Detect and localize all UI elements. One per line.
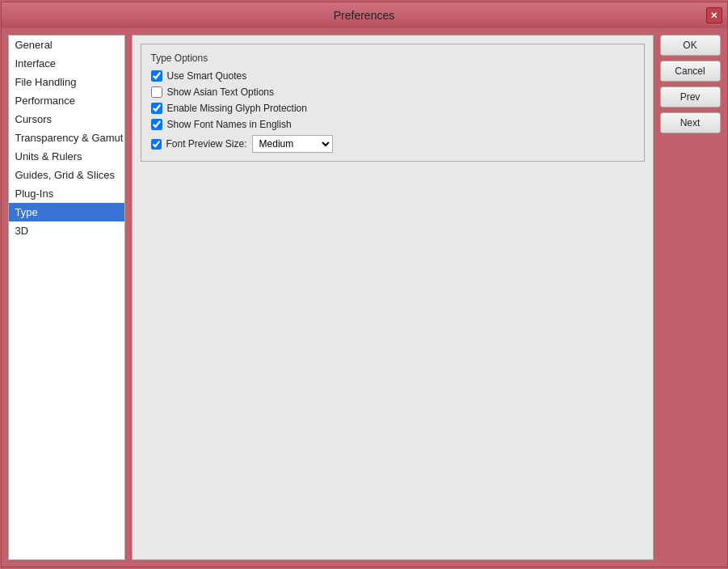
cancel-button[interactable]: Cancel — [660, 61, 721, 82]
sidebar-item-transparency--gamut[interactable]: Transparency & Gamut — [9, 129, 124, 147]
sidebar-item-cursors[interactable]: Cursors — [9, 110, 124, 129]
checkbox-font-names-english[interactable] — [151, 119, 162, 130]
sidebar-item-type[interactable]: Type — [9, 203, 124, 221]
checkbox-font-preview[interactable] — [151, 139, 162, 150]
label-asian-text[interactable]: Show Asian Text Options — [167, 86, 275, 98]
preferences-dialog: Preferences ✕ GeneralInterfaceFile Handl… — [1, 2, 728, 567]
dialog-title: Preferences — [334, 9, 394, 22]
label-missing-glyph[interactable]: Enable Missing Glyph Protection — [167, 103, 307, 114]
sidebar-item-performance[interactable]: Performance — [9, 91, 124, 110]
prev-button[interactable]: Prev — [660, 86, 721, 107]
sidebar-item-general[interactable]: General — [9, 36, 124, 54]
label-smart-quotes[interactable]: Use Smart Quotes — [167, 70, 247, 82]
option-row-asian-text: Show Asian Text Options — [151, 86, 634, 98]
close-button[interactable]: ✕ — [706, 7, 722, 23]
checkbox-asian-text[interactable] — [151, 86, 162, 98]
sidebar-item-units--rulers[interactable]: Units & Rulers — [9, 147, 124, 166]
checkbox-missing-glyph[interactable] — [151, 103, 162, 114]
option-row-missing-glyph: Enable Missing Glyph Protection — [151, 103, 634, 114]
sidebar-item-file-handling[interactable]: File Handling — [9, 73, 124, 91]
font-preview-select[interactable]: Small Medium Large — [252, 135, 333, 153]
sidebar: GeneralInterfaceFile HandlingPerformance… — [8, 35, 125, 560]
checkbox-smart-quotes[interactable] — [151, 70, 162, 82]
option-row-font-names: Show Font Names in English — [151, 119, 634, 130]
dialog-body: GeneralInterfaceFile HandlingPerformance… — [2, 28, 727, 567]
sidebar-item-plug-ins[interactable]: Plug-Ins — [9, 184, 124, 203]
ok-button[interactable]: OK — [660, 35, 721, 56]
sidebar-item-interface[interactable]: Interface — [9, 54, 124, 73]
next-button[interactable]: Next — [660, 112, 721, 133]
type-options-section: Type Options Use Smart Quotes Show Asian… — [141, 44, 645, 162]
content-panel: Type Options Use Smart Quotes Show Asian… — [132, 35, 654, 560]
main-content: Type Options Use Smart Quotes Show Asian… — [132, 35, 654, 560]
title-bar: Preferences ✕ — [2, 2, 727, 28]
sidebar-item-guides-grid--slices[interactable]: Guides, Grid & Slices — [9, 166, 124, 184]
sidebar-item-3d[interactable]: 3D — [9, 221, 124, 240]
option-row-smart-quotes: Use Smart Quotes — [151, 70, 634, 82]
section-title: Type Options — [151, 53, 634, 64]
label-font-names-english[interactable]: Show Font Names in English — [167, 119, 292, 130]
font-preview-row: Font Preview Size: Small Medium Large — [151, 135, 634, 153]
label-font-preview[interactable]: Font Preview Size: — [166, 138, 247, 150]
action-buttons: OK Cancel Prev Next — [660, 35, 721, 560]
